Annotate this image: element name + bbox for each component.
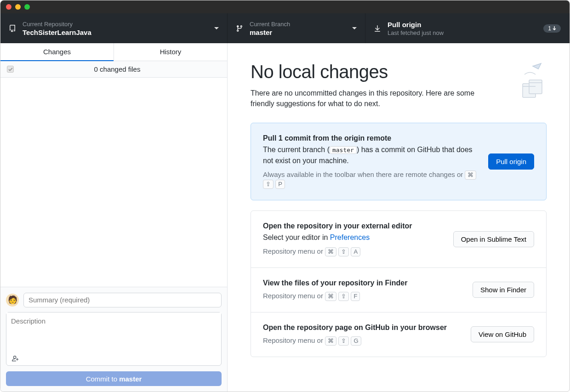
commit-button-branch: master [119,375,142,383]
download-icon [374,25,381,32]
github-card: Open the repository page on GitHub in yo… [251,312,546,357]
tab-history[interactable]: History [114,43,227,61]
select-all-checkbox[interactable] [7,66,14,73]
editor-card: Open the repository in your external edi… [251,211,546,267]
editor-card-title: Open the repository in your external edi… [263,222,444,230]
summary-input[interactable] [23,293,222,307]
chevron-down-icon [352,27,357,30]
repo-value: TechSisterLearnJava [23,28,210,36]
hero-illustration [505,62,547,109]
person-plus-icon [11,355,19,363]
branch-selector[interactable]: Current Branch master [228,13,365,43]
content: No local changes There are no uncommitte… [228,43,570,392]
view-github-button[interactable]: View on GitHub [471,326,534,342]
arrow-down-icon [553,26,556,31]
show-finder-button[interactable]: Show in Finder [473,282,534,298]
window-maximize-button[interactable] [24,4,30,10]
description-input[interactable] [6,312,221,352]
toolbar: Current Repository TechSisterLearnJava C… [0,13,570,43]
pull-sub: Last fetched just now [388,29,543,36]
pull-card: Pull 1 commit from the origin remote The… [251,123,547,200]
add-coauthor-button[interactable] [11,355,19,362]
pull-card-desc: The current branch (master) has a commit… [263,144,479,165]
pull-badge: 1 [543,24,561,33]
finder-card-hint: Repository menu or ⌘ ⇧ F [263,292,463,301]
commit-button[interactable]: Commit to master [6,371,222,386]
repo-icon [9,25,16,32]
editor-card-desc: Select your editor in Preferences [263,232,444,243]
github-card-title: Open the repository page on GitHub in yo… [263,324,462,332]
window-minimize-button[interactable] [15,4,21,10]
branch-icon [236,25,243,32]
hero-subtitle: There are no uncommitted changes in this… [251,88,490,109]
svg-rect-1 [529,80,542,94]
branch-value: master [250,28,348,36]
avatar: 🧑 [6,294,19,307]
pull-origin-button[interactable]: Pull origin [488,153,534,170]
commit-panel: 🧑 Commit to master [0,287,227,392]
github-card-hint: Repository menu or ⌘ ⇧ G [263,336,462,346]
check-icon [8,68,13,71]
changed-files-list [0,78,227,287]
preferences-link[interactable]: Preferences [330,233,370,241]
changes-header: 0 changed files [0,61,227,78]
sidebar: Changes History 0 changed files 🧑 [0,43,228,392]
editor-card-hint: Repository menu or ⌘ ⇧ A [263,247,444,256]
finder-card-title: View the files of your repository in Fin… [263,279,463,287]
open-editor-button[interactable]: Open in Sublime Text [453,231,534,247]
pull-label: Pull origin [388,21,543,28]
tab-changes[interactable]: Changes [0,43,114,61]
branch-label: Current Branch [250,21,348,28]
titlebar [0,0,570,13]
pull-badge-count: 1 [548,25,551,32]
pull-card-title: Pull 1 commit from the origin remote [263,134,479,142]
commit-button-prefix: Commit to [86,375,120,383]
repo-selector[interactable]: Current Repository TechSisterLearnJava [0,13,228,43]
pull-card-hint: Always available in the toolbar when the… [263,170,479,189]
finder-card: View the files of your repository in Fin… [251,267,546,312]
changed-files-count: 0 changed files [14,65,221,73]
repo-label: Current Repository [23,21,210,28]
pull-button[interactable]: Pull origin Last fetched just now 1 [365,13,570,43]
window-close-button[interactable] [6,4,11,10]
chevron-down-icon [214,27,219,30]
hero-title: No local changes [251,62,490,82]
